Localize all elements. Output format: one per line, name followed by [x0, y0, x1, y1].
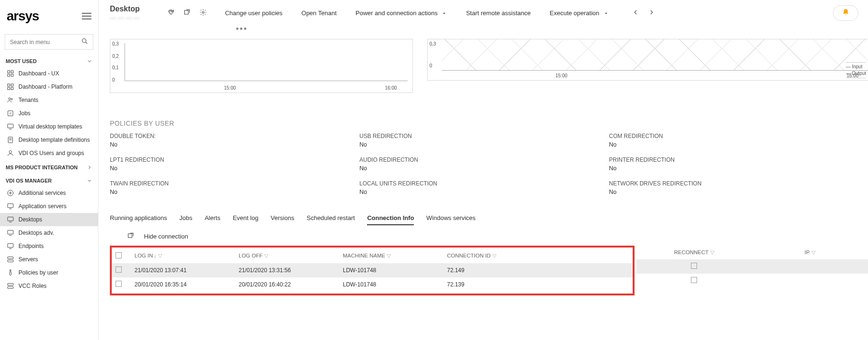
col-ip[interactable]: IP [805, 249, 810, 255]
sidebar-section-ms-product[interactable]: MS PRODUCT INTEGRATION [0, 160, 98, 173]
monitor-icon [7, 229, 14, 237]
x-tick: 16:00 [385, 85, 397, 91]
action-execute-op[interactable]: Execute operation [550, 9, 609, 17]
sidebar-item-servers[interactable]: Servers [0, 253, 98, 266]
tab-event-log[interactable]: Event log [233, 214, 258, 225]
sidebar-section-most-used[interactable]: MOST USED [0, 54, 98, 67]
reconnect-checkbox[interactable] [691, 263, 697, 269]
reconnect-checkbox[interactable] [691, 277, 697, 283]
search-icon[interactable] [81, 37, 89, 46]
action-change-policies[interactable]: Change user policies [225, 9, 282, 17]
search-input-wrap[interactable] [5, 34, 93, 50]
hide-connection-icon[interactable] [127, 232, 134, 241]
hide-connection-label[interactable]: Hide connection [144, 233, 188, 240]
sidebar-item-label: VDI OS Users and groups [18, 150, 84, 156]
menu-toggle-icon[interactable] [82, 13, 91, 19]
svg-rect-7 [11, 84, 13, 86]
sidebar-item-vcc-roles[interactable]: VCC Roles [0, 279, 98, 293]
action-open-tenant[interactable]: Open Tenant [302, 9, 337, 17]
tab-windows-services[interactable]: Windows services [426, 214, 475, 225]
table-row[interactable]: 21/01/2020 13:07:41 21/01/2020 13:31:56 … [112, 263, 633, 277]
filter-icon[interactable]: ▽ [812, 249, 815, 255]
col-login[interactable]: LOG IN [134, 253, 153, 258]
chart-1: 0,3 0,2 0,1 0 15:00 16:00 [110, 39, 413, 93]
filter-icon[interactable]: ▽ [158, 253, 162, 258]
col-logoff[interactable]: LOG OFF [239, 253, 262, 258]
col-machine[interactable]: MACHINE NAME [343, 253, 385, 258]
sidebar-item-dtd[interactable]: Desktop template definitions [0, 133, 98, 147]
sidebar-item-label: Tenants [18, 97, 38, 103]
sidebar-item-desktops[interactable]: Desktops [0, 213, 98, 226]
svg-rect-6 [8, 84, 10, 86]
action-power-connection[interactable]: Power and connection actions [356, 9, 447, 17]
filter-icon[interactable]: ▽ [264, 253, 268, 258]
action-label: Open Tenant [302, 9, 337, 17]
sidebar-item-dashboard-platform[interactable]: Dashboard - Platform [0, 80, 98, 93]
policy-item: NETWORK DRIVES REDIRECTIONNo [609, 180, 840, 195]
tab-running-apps[interactable]: Running applications [110, 214, 167, 225]
sidebar-item-vdt[interactable]: Virtual desktop templates [0, 120, 98, 133]
table-row[interactable] [636, 259, 868, 274]
tab-alerts[interactable]: Alerts [205, 214, 220, 225]
nav-prev-icon[interactable] [632, 9, 639, 18]
notifications-button[interactable] [833, 5, 859, 21]
tab-connection-info[interactable]: Connection Info [367, 214, 414, 225]
sidebar-item-policies-user[interactable]: Policies by user [0, 266, 98, 279]
section-title-policies: POLICIES BY USER [98, 93, 868, 133]
filter-icon[interactable]: ▽ [387, 253, 391, 258]
filter-icon[interactable]: ▽ [492, 253, 496, 258]
svg-rect-34 [185, 10, 188, 14]
sidebar-item-jobs[interactable]: Jobs [0, 107, 98, 120]
tab-versions[interactable]: Versions [271, 214, 295, 225]
col-reconnect[interactable]: RECONNECT [674, 249, 708, 255]
sidebar-item-desktops-adv[interactable]: Desktops adv. [0, 226, 98, 239]
table-row[interactable] [636, 274, 868, 288]
svg-rect-31 [8, 260, 13, 262]
monitor-icon [7, 216, 14, 223]
sidebar-item-dashboard-ux[interactable]: Dashboard - UX [0, 67, 98, 80]
users-icon [7, 96, 14, 104]
main: Desktop — — — — Change user policies Ope… [98, 0, 868, 340]
select-all-checkbox[interactable] [116, 252, 122, 258]
connection-table-left: LOG IN↓▽ LOG OFF▽ MACHINE NAME▽ CONNECTI… [112, 248, 633, 292]
action-remote-assist[interactable]: Start remote assistance [466, 9, 531, 17]
gear-icon[interactable] [199, 9, 207, 18]
svg-rect-30 [8, 257, 13, 259]
tab-jobs[interactable]: Jobs [179, 214, 192, 225]
sidebar-item-endpoints[interactable]: Endpoints [0, 239, 98, 253]
open-external-icon[interactable] [183, 9, 191, 18]
row-checkbox[interactable] [116, 281, 122, 287]
policy-item: AUDIO REDIRECTIONNo [359, 156, 590, 172]
policy-label: DOUBLE TOKEN: [110, 133, 340, 139]
chevron-right-icon [87, 165, 92, 170]
monitor-icon [7, 202, 14, 210]
svg-rect-22 [8, 204, 13, 208]
sidebar-section-vdi-os[interactable]: VDI OS MANAGER [0, 173, 98, 186]
legend-label: Output [852, 71, 866, 76]
refresh-icon[interactable] [167, 9, 175, 18]
col-cid[interactable]: CONNECTION ID [447, 253, 491, 258]
more-icon[interactable]: ••• [236, 24, 248, 34]
policy-label: AUDIO REDIRECTION [359, 156, 590, 163]
nav-next-icon[interactable] [648, 9, 655, 18]
x-tick: 15:00 [224, 85, 236, 91]
cell-cid: 72.139 [443, 277, 633, 292]
sidebar-item-additional[interactable]: Additional services [0, 186, 98, 200]
sidebar-item-vdi-users[interactable]: VDI OS Users and groups [0, 147, 98, 160]
policy-item: PRINTER REDIRECTIONNo [609, 156, 840, 172]
svg-rect-33 [8, 286, 13, 288]
cell-machine: LDW-101748 [339, 263, 443, 277]
svg-rect-8 [8, 87, 10, 90]
tab-scheduled-restart[interactable]: Scheduled restart [306, 214, 355, 225]
svg-rect-5 [11, 74, 13, 76]
sidebar-item-tenants[interactable]: Tenants [0, 93, 98, 107]
search-input[interactable] [10, 39, 81, 46]
table-row[interactable]: 20/01/2020 16:35:14 20/01/2020 16:40:22 … [112, 277, 633, 292]
filter-icon[interactable]: ▽ [710, 249, 714, 255]
action-label: Change user policies [225, 9, 282, 17]
svg-point-11 [11, 98, 12, 100]
server-icon [7, 256, 14, 263]
sort-down-icon[interactable]: ↓ [154, 253, 157, 258]
row-checkbox[interactable] [116, 266, 122, 273]
sidebar-item-app-servers[interactable]: Application servers [0, 200, 98, 213]
